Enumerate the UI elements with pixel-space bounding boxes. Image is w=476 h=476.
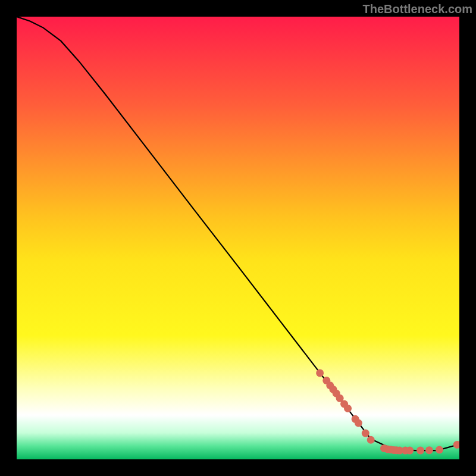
highlight-point — [344, 405, 352, 412]
watermark-text: TheBottleneck.com — [363, 2, 472, 16]
chart-svg — [17, 17, 459, 459]
highlight-point — [406, 447, 414, 455]
highlight-point — [436, 446, 443, 454]
highlight-point — [362, 430, 369, 437]
highlight-point — [316, 369, 324, 377]
highlight-point — [416, 447, 424, 455]
highlight-point — [367, 436, 375, 444]
highlight-point — [355, 419, 362, 427]
chart-background — [17, 17, 459, 459]
highlight-point — [425, 446, 433, 454]
chart-plot-area — [17, 17, 459, 459]
